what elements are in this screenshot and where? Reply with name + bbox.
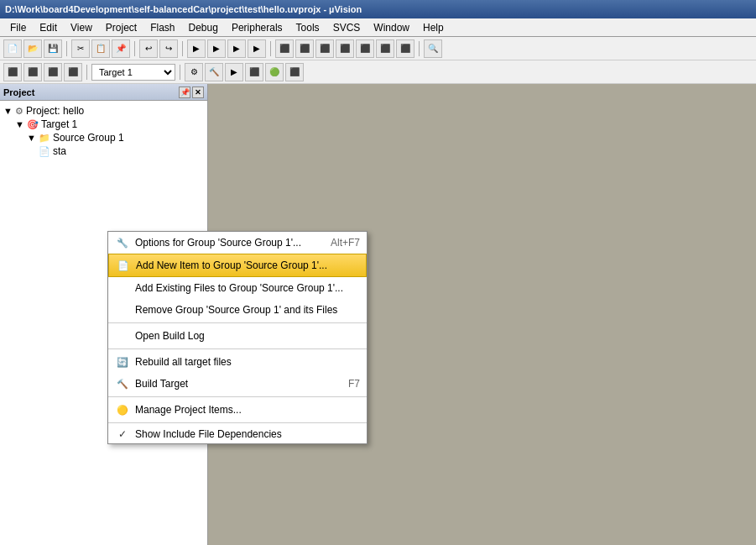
ctx-icon-build-target: 🔨 xyxy=(115,376,130,391)
tb-sep5 xyxy=(419,41,420,56)
project-name-label: Project: hello xyxy=(26,105,84,117)
file-icon: 📄 xyxy=(39,146,50,157)
toolbar-main: 📄 📂 💾 ✂ 📋 📌 ↩ ↪ ▶ ▶ ▶ ▶ ⬛ ⬛ ⬛ ⬛ ⬛ ⬛ ⬛ 🔍 xyxy=(0,37,756,60)
ctx-label-show-include: Show Include File Dependencies xyxy=(135,428,360,440)
ctx-icon-manage-project: 🟡 xyxy=(115,402,130,417)
tb2-b6[interactable]: ▶ xyxy=(225,63,243,81)
menu-item-svcs[interactable]: SVCS xyxy=(326,20,368,35)
ctx-item-options-group[interactable]: 🔧Options for Group 'Source Group 1'...Al… xyxy=(108,232,367,254)
ctx-label-remove-group: Remove Group 'Source Group 1' and its Fi… xyxy=(135,304,360,316)
menu-item-window[interactable]: Window xyxy=(367,20,416,35)
target-expand-icon: ▼ xyxy=(15,119,24,129)
tb-b1[interactable]: ▶ xyxy=(187,39,206,58)
menu-item-edit[interactable]: Edit xyxy=(33,20,64,35)
tb2-b2[interactable]: ⬛ xyxy=(23,63,42,81)
menu-item-flash[interactable]: Flash xyxy=(143,20,181,35)
project-title-label: Project xyxy=(3,87,34,97)
tb2-settings[interactable]: ⚙ xyxy=(185,63,203,81)
ctx-label-build-target: Build Target xyxy=(135,378,340,390)
menubar: FileEditViewProjectFlashDebugPeripherals… xyxy=(0,18,756,37)
tb-b9[interactable]: ⬛ xyxy=(356,39,374,58)
menu-item-help[interactable]: Help xyxy=(416,20,451,35)
tree-source-group[interactable]: ▼ 📁 Source Group 1 xyxy=(3,131,204,144)
tb-b7[interactable]: ⬛ xyxy=(315,39,334,58)
tb2-b4[interactable]: ⬛ xyxy=(64,63,82,81)
menu-item-debug[interactable]: Debug xyxy=(182,20,225,35)
tb-b10[interactable]: ⬛ xyxy=(376,39,394,58)
tb2-b8[interactable]: 🟢 xyxy=(265,63,284,81)
ctx-separator-sep1 xyxy=(108,322,367,323)
tb-b5[interactable]: ⬛ xyxy=(275,39,294,58)
tb-cut[interactable]: ✂ xyxy=(71,39,90,58)
toolbar-build: ⬛ ⬛ ⬛ ⬛ Target 1 ⚙ 🔨 ▶ ⬛ 🟢 ⬛ xyxy=(0,60,756,84)
menu-item-tools[interactable]: Tools xyxy=(289,20,326,35)
ctx-icon-add-existing xyxy=(115,280,130,296)
ctx-icon-open-build-log xyxy=(115,328,130,343)
ctx-item-build-target[interactable]: 🔨Build TargetF7 xyxy=(108,373,367,395)
project-tree: ▼ ⚙ Project: hello ▼ 🎯 Target 1 ▼ 📁 Sour… xyxy=(0,101,207,161)
tb-new[interactable]: 📄 xyxy=(3,39,22,58)
tb2-b5[interactable]: 🔨 xyxy=(205,63,223,81)
target-dropdown[interactable]: Target 1 xyxy=(91,64,175,81)
tb-b3[interactable]: ▶ xyxy=(227,39,246,58)
source-group-icon: 📁 xyxy=(39,133,50,144)
tb2-sep1 xyxy=(86,65,87,80)
source-group-label: Source Group 1 xyxy=(53,132,124,144)
tree-target[interactable]: ▼ 🎯 Target 1 xyxy=(3,118,204,131)
tb-sep4 xyxy=(270,41,271,56)
ctx-item-show-include[interactable]: ✓Show Include File Dependencies xyxy=(108,425,367,443)
tree-file[interactable]: 📄 sta xyxy=(3,144,204,158)
ctx-separator-sep3 xyxy=(108,396,367,397)
tb-b11[interactable]: ⬛ xyxy=(396,39,414,58)
ctx-label-open-build-log: Open Build Log xyxy=(135,330,360,342)
tb2-b1[interactable]: ⬛ xyxy=(3,63,22,81)
menu-item-peripherals[interactable]: Peripherals xyxy=(225,20,289,35)
ctx-item-manage-project[interactable]: 🟡Manage Project Items... xyxy=(108,399,367,421)
titlebar-text: D:\Work\board4Development\self-balancedC… xyxy=(5,4,362,14)
tb-b4[interactable]: ▶ xyxy=(248,39,266,58)
ctx-checkmark-show-include: ✓ xyxy=(115,428,130,440)
ctx-shortcut-build-target: F7 xyxy=(348,378,360,390)
tree-project-root[interactable]: ▼ ⚙ Project: hello xyxy=(3,104,204,118)
tb-sep1 xyxy=(66,41,67,56)
tb2-b3[interactable]: ⬛ xyxy=(44,63,62,81)
project-titlebar: Project 📌 ✕ xyxy=(0,84,207,101)
project-icon: ⚙ xyxy=(15,106,23,117)
ctx-item-add-new-item[interactable]: 📄Add New Item to Group 'Source Group 1'.… xyxy=(108,254,367,277)
tb-copy[interactable]: 📋 xyxy=(91,39,110,58)
ctx-icon-add-new-item: 📄 xyxy=(116,258,131,273)
ctx-item-open-build-log[interactable]: Open Build Log xyxy=(108,325,367,347)
tb-b8[interactable]: ⬛ xyxy=(336,39,354,58)
ctx-item-add-existing[interactable]: Add Existing Files to Group 'Source Grou… xyxy=(108,277,367,299)
ctx-label-add-existing: Add Existing Files to Group 'Source Grou… xyxy=(135,282,360,294)
tb2-b9[interactable]: ⬛ xyxy=(285,63,304,81)
tb-save[interactable]: 💾 xyxy=(44,39,62,58)
ctx-icon-rebuild-all: 🔄 xyxy=(115,354,130,369)
file-label: sta xyxy=(53,145,66,157)
tb-b2[interactable]: ▶ xyxy=(207,39,226,58)
menu-item-project[interactable]: Project xyxy=(99,20,143,35)
tb-open[interactable]: 📂 xyxy=(23,39,42,58)
ctx-shortcut-options-group: Alt+F7 xyxy=(331,237,360,249)
tb-sep3 xyxy=(182,41,183,56)
tb-paste[interactable]: 📌 xyxy=(112,39,130,58)
menu-item-view[interactable]: View xyxy=(64,20,99,35)
tb-search[interactable]: 🔍 xyxy=(424,39,442,58)
main-area: Project 📌 ✕ ▼ ⚙ Project: hello ▼ 🎯 Targe… xyxy=(0,84,756,545)
ctx-item-rebuild-all[interactable]: 🔄Rebuild all target files xyxy=(108,351,367,373)
ctx-label-manage-project: Manage Project Items... xyxy=(135,404,360,416)
ctx-item-remove-group[interactable]: Remove Group 'Source Group 1' and its Fi… xyxy=(108,299,367,321)
ctx-icon-options-group: 🔧 xyxy=(115,235,130,250)
panel-close-btn[interactable]: ✕ xyxy=(192,86,204,98)
ctx-label-options-group: Options for Group 'Source Group 1'... xyxy=(135,237,322,249)
source-group-expand-icon: ▼ xyxy=(27,133,36,143)
tb-b6[interactable]: ⬛ xyxy=(295,39,314,58)
tb-undo[interactable]: ↩ xyxy=(139,39,158,58)
tree-expand-icon: ▼ xyxy=(3,106,13,116)
panel-pin-btn[interactable]: 📌 xyxy=(179,86,190,98)
target-icon: 🎯 xyxy=(27,119,39,130)
tb2-b7[interactable]: ⬛ xyxy=(245,63,263,81)
tb-redo[interactable]: ↪ xyxy=(159,39,178,58)
menu-item-file[interactable]: File xyxy=(3,20,33,35)
tb2-sep2 xyxy=(180,65,180,80)
